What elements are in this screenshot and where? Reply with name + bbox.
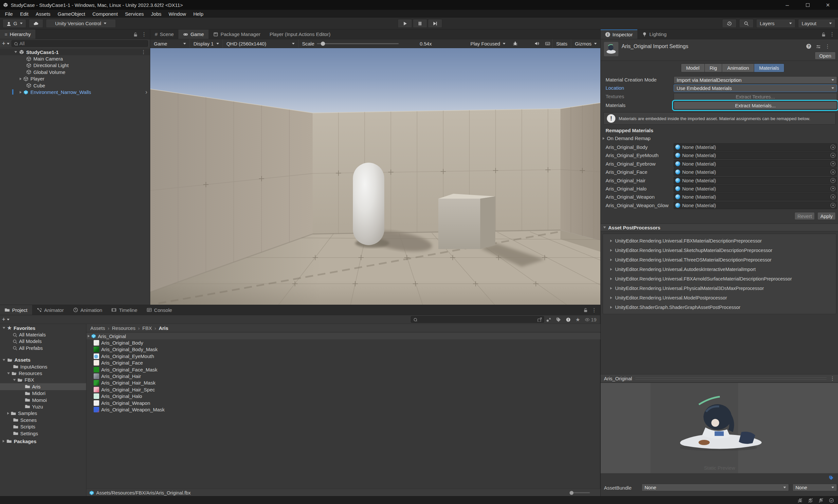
file-row[interactable]: Aris_Original_EyeMouth — [86, 353, 600, 359]
foldout-closed-icon[interactable] — [20, 91, 22, 94]
folder-samples[interactable]: Samples — [0, 410, 86, 417]
cloud-button[interactable] — [29, 19, 43, 28]
folder-midori[interactable]: Midori — [0, 390, 86, 397]
assetbundle-dropdown[interactable]: None — [642, 484, 789, 491]
undo-history-button[interactable] — [722, 19, 736, 28]
presets-icon[interactable] — [816, 44, 820, 49]
tab-model[interactable]: Model — [681, 64, 705, 72]
postprocessors-foldout[interactable]: Asset PostProcessors — [601, 223, 838, 231]
kebab-menu-icon[interactable]: ⋮ — [830, 375, 835, 382]
gizmos-dropdown[interactable]: Gizmos — [571, 39, 600, 48]
preview-area[interactable]: Static Preview — [601, 383, 838, 473]
assetbundle-variant-dropdown[interactable]: None — [792, 484, 837, 491]
object-picker-icon[interactable] — [831, 145, 835, 149]
tab-animator[interactable]: Animator — [32, 305, 68, 315]
game-viewport[interactable] — [150, 48, 600, 305]
step-button[interactable] — [428, 19, 442, 28]
postprocessor-row[interactable]: UnityEditor.ShaderGraph.ShaderGraphAsset… — [603, 302, 836, 312]
kebab-menu-icon[interactable]: ⋮ — [830, 31, 835, 37]
scale-slider-knob[interactable] — [321, 41, 325, 46]
tab-animation[interactable]: Animation — [68, 305, 107, 315]
layers-dropdown[interactable]: Layers — [756, 19, 796, 28]
kebab-menu-icon[interactable]: ⋮ — [591, 307, 597, 313]
material-object-field[interactable]: None (Material) — [674, 193, 837, 201]
tab-rig[interactable]: Rig — [705, 64, 723, 72]
account-dropdown[interactable]: G — [3, 19, 26, 28]
postprocessor-row[interactable]: UnityEditor.Rendering.Universal.FBXArnol… — [603, 274, 836, 284]
breadcrumb-assets[interactable]: Assets — [90, 325, 105, 331]
hierarchy-search-input[interactable]: All — [12, 40, 148, 47]
thumbnail-size-slider[interactable] — [570, 492, 590, 493]
debug-button[interactable] — [509, 39, 521, 48]
version-control-dropdown[interactable]: Unity Version Control — [46, 19, 116, 28]
menu-item-window[interactable]: Window — [165, 11, 190, 17]
game-mode-dropdown[interactable]: Game — [150, 39, 190, 48]
foldout-open-icon[interactable] — [7, 373, 10, 374]
menu-item-assets[interactable]: Assets — [32, 11, 54, 17]
menu-item-services[interactable]: Services — [122, 11, 148, 17]
folder-fbx[interactable]: FBX — [0, 377, 86, 383]
notifications-muted-icon[interactable] — [818, 498, 824, 503]
project-search-input[interactable] — [411, 316, 544, 323]
tab-lighting[interactable]: Lighting — [637, 30, 671, 39]
pause-button[interactable] — [413, 19, 427, 28]
folder-momoi[interactable]: Momoi — [0, 397, 86, 403]
scale-slider[interactable] — [317, 43, 399, 44]
assetbundle-tag-icon[interactable] — [828, 475, 835, 482]
creation-mode-dropdown[interactable]: Import via MaterialDescription — [674, 76, 837, 84]
object-picker-icon[interactable] — [831, 178, 835, 183]
close-button[interactable]: × — [818, 0, 838, 10]
foldout-open-icon[interactable] — [3, 359, 5, 361]
breadcrumb-aris[interactable]: Aris — [159, 325, 168, 331]
play-focused-dropdown[interactable]: Play Focused — [467, 39, 509, 48]
postprocessor-row[interactable]: UnityEditor.Rendering.Universal.Physical… — [603, 284, 836, 293]
minimize-button[interactable]: – — [777, 0, 798, 10]
favorites-star-icon[interactable]: ★ — [575, 317, 580, 323]
file-row[interactable]: Aris_Original_Hair_Mask — [86, 380, 600, 386]
lock-icon[interactable] — [133, 32, 138, 37]
postprocessor-row[interactable]: UnityEditor.Rendering.Universal.ThreeDSM… — [603, 255, 836, 265]
favorites-root[interactable]: ★ Favorites — [0, 325, 86, 331]
search-by-importlog-icon[interactable] — [566, 317, 571, 322]
tab-package-manager[interactable]: Package Manager — [209, 30, 265, 39]
file-row[interactable]: Aris_Original_Hair — [86, 373, 600, 379]
foldout-closed-icon[interactable] — [88, 335, 90, 338]
menu-item-help[interactable]: Help — [190, 11, 207, 17]
object-picker-icon[interactable] — [831, 169, 835, 175]
mute-audio-button[interactable] — [531, 39, 543, 48]
file-row[interactable]: Aris_Original_Halo — [86, 393, 600, 400]
tab-timeline[interactable]: Timeline — [107, 305, 142, 315]
create-button[interactable]: + — [2, 40, 10, 47]
menu-item-jobs[interactable]: Jobs — [147, 11, 165, 17]
file-row[interactable]: Aris_Original_Weapon — [86, 400, 600, 406]
postprocessor-row[interactable]: UnityEditor.Rendering.Universal.Autodesk… — [603, 265, 836, 274]
visible-count[interactable]: 19 — [585, 317, 596, 322]
resolution-dropdown[interactable]: QHD (2560x1440) — [223, 39, 298, 48]
lock-icon[interactable] — [821, 32, 825, 37]
material-object-field[interactable]: None (Material) — [674, 160, 837, 167]
location-dropdown[interactable]: Use Embedded Materials — [674, 85, 837, 92]
thumbnail-size-knob[interactable] — [570, 491, 573, 495]
foldout-closed-icon[interactable] — [20, 77, 22, 80]
folder-scenes[interactable]: Scenes — [0, 417, 86, 423]
file-row[interactable]: Aris_Original_Weapon_Mask — [86, 406, 600, 413]
tab-game[interactable]: Game — [178, 30, 209, 39]
layout-dropdown[interactable]: Layout — [798, 19, 835, 28]
material-object-field[interactable]: None (Material) — [674, 143, 837, 151]
kebab-menu-icon[interactable]: ⋮ — [141, 31, 147, 37]
kebab-menu-icon[interactable]: ⋮ — [825, 43, 830, 50]
tab-animation[interactable]: Animation — [722, 64, 754, 72]
cache-disabled-icon[interactable] — [808, 498, 813, 503]
favorite-all-models[interactable]: All Models — [0, 338, 86, 345]
tab-inspector[interactable]: i Inspector — [601, 30, 637, 39]
display-dropdown[interactable]: Display 1 — [190, 39, 222, 48]
hierarchy-item-environment-narrow-walls[interactable]: Environment_Narrow_Walls › — [0, 89, 150, 95]
create-button[interactable]: + — [2, 316, 10, 323]
open-button[interactable]: Open — [815, 52, 836, 59]
on-demand-remap-foldout[interactable]: On Demand Remap — [603, 136, 650, 141]
material-object-field[interactable]: None (Material) — [674, 177, 837, 184]
object-picker-icon[interactable] — [831, 161, 835, 166]
folder-settings[interactable]: Settings — [0, 430, 86, 436]
menu-item-component[interactable]: Component — [89, 11, 122, 17]
tab-player-input-actions[interactable]: Player (Input Actions Editor) — [265, 30, 335, 39]
